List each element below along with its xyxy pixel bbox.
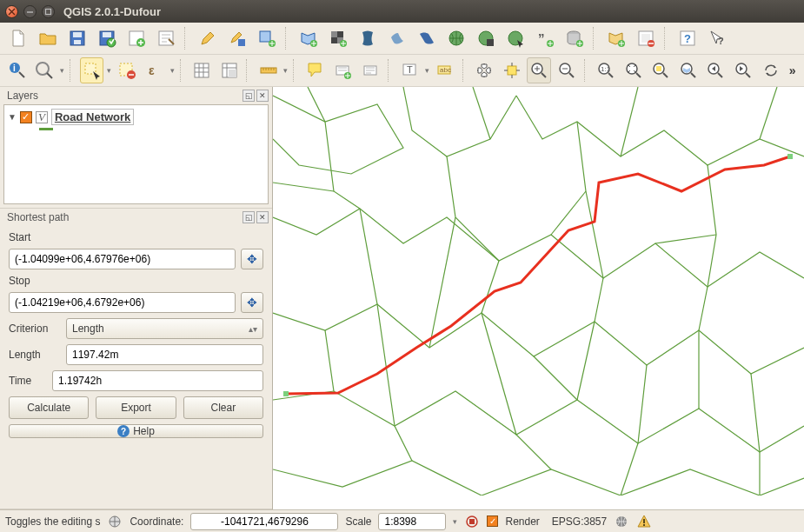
- add-wcs-layer-button[interactable]: [473, 25, 499, 51]
- new-composer-button[interactable]: [123, 25, 150, 51]
- labeling-button[interactable]: abc: [433, 57, 457, 83]
- zoom-last-button[interactable]: [704, 57, 728, 83]
- export-button[interactable]: Export: [96, 396, 176, 419]
- stop-render-button[interactable]: [464, 514, 480, 529]
- crs-button[interactable]: [614, 514, 629, 529]
- text-annotation-button[interactable]: T: [397, 57, 422, 83]
- svg-text:1:1: 1:1: [601, 65, 611, 73]
- add-wms-layer-button[interactable]: [443, 25, 469, 51]
- refresh-button[interactable]: [759, 57, 783, 83]
- add-mssql-layer-button[interactable]: [414, 25, 440, 51]
- panel-close-button[interactable]: ✕: [256, 90, 269, 102]
- layers-tree[interactable]: ▼ ✓ V Road Network: [3, 104, 269, 204]
- start-input[interactable]: [9, 249, 236, 269]
- svg-text:?: ?: [684, 32, 691, 45]
- add-postgis-layer-button[interactable]: [355, 25, 381, 51]
- open-table-button[interactable]: [189, 57, 214, 83]
- map-roads: [273, 87, 804, 495]
- zoom-out-button[interactable]: [555, 57, 579, 83]
- status-message: Toggles the editing s: [5, 515, 100, 528]
- measure-button[interactable]: [256, 57, 281, 83]
- scale-input[interactable]: [378, 513, 446, 530]
- zoom-selection-button[interactable]: [648, 57, 673, 83]
- toolbar-separator: [70, 59, 75, 82]
- zoom-layer-button[interactable]: [676, 57, 701, 83]
- status-bar: Toggles the editing s Coordinate: Scale …: [0, 509, 804, 532]
- show-bookmarks-button[interactable]: [358, 57, 382, 83]
- expression-select-button[interactable]: ε: [143, 57, 167, 83]
- add-oracle-layer-button[interactable]: [561, 25, 588, 51]
- length-output[interactable]: [66, 344, 263, 365]
- toggle-editing-button[interactable]: [195, 25, 221, 51]
- start-label: Start: [9, 231, 263, 243]
- pick-start-button[interactable]: ✥: [241, 249, 263, 269]
- map-canvas[interactable]: [273, 87, 804, 509]
- svg-text:?: ?: [718, 36, 724, 46]
- svg-text:”: ”: [538, 30, 545, 45]
- panel-close-button[interactable]: ✕: [256, 211, 269, 223]
- toolbar-file: ” ? ?: [0, 23, 804, 55]
- window-minimize-button[interactable]: [23, 5, 37, 18]
- add-feature-button[interactable]: [254, 25, 280, 51]
- dropdown-icon: ▴▾: [249, 324, 257, 334]
- time-output[interactable]: [52, 370, 263, 391]
- svg-rect-15: [331, 31, 337, 37]
- field-calc-button[interactable]: [217, 57, 242, 83]
- coordinate-input[interactable]: [190, 513, 338, 530]
- add-raster-layer-button[interactable]: [325, 25, 351, 51]
- zoom-next-button[interactable]: [731, 57, 755, 83]
- scale-dropdown-icon[interactable]: ▾: [453, 517, 457, 526]
- window-close-button[interactable]: [5, 5, 18, 18]
- panel-undock-button[interactable]: ◱: [243, 90, 255, 102]
- add-spatialite-layer-button[interactable]: [384, 25, 410, 51]
- new-shapefile-button[interactable]: [603, 25, 629, 51]
- add-delimited-text-button[interactable]: ”: [532, 25, 558, 51]
- help-button[interactable]: ? Help: [9, 424, 263, 438]
- coordinate-label: Coordinate:: [130, 515, 183, 528]
- messages-button[interactable]: [636, 514, 652, 529]
- plugin-manager-button[interactable]: ?: [674, 25, 701, 51]
- calculate-button[interactable]: Calculate: [9, 396, 89, 419]
- clear-button[interactable]: Clear: [183, 396, 263, 419]
- composer-manager-button[interactable]: [153, 25, 179, 51]
- map-tips-button[interactable]: [303, 57, 328, 83]
- layer-name-label[interactable]: Road Network: [51, 109, 134, 125]
- add-wfs-layer-button[interactable]: [502, 25, 528, 51]
- help-icon: ?: [117, 425, 130, 437]
- pan-button[interactable]: [472, 57, 496, 83]
- save-project-button[interactable]: [64, 25, 90, 51]
- zoom-in-button[interactable]: [527, 57, 551, 83]
- help-pointer-button[interactable]: ?: [704, 25, 730, 51]
- shortest-path-panel: Shortest path ◱ ✕ Start ✥ Stop ✥ Cr: [0, 209, 272, 509]
- window-maximize-button[interactable]: [42, 5, 55, 18]
- pan-to-selection-button[interactable]: [500, 57, 524, 83]
- criterion-label: Criterion: [9, 323, 57, 335]
- save-edits-button[interactable]: [224, 25, 250, 51]
- remove-layer-button[interactable]: [633, 25, 659, 51]
- criterion-select[interactable]: Length ▴▾: [66, 318, 263, 339]
- toolbar-overflow-button[interactable]: »: [786, 63, 799, 77]
- stop-input[interactable]: [9, 292, 236, 313]
- zoom-full-button[interactable]: [621, 57, 646, 83]
- shortest-path-title: Shortest path: [7, 211, 69, 223]
- svg-text:i: i: [13, 63, 16, 73]
- expand-toggle-icon[interactable]: ▼: [8, 112, 17, 122]
- layer-visibility-checkbox[interactable]: ✓: [20, 111, 32, 123]
- select-button[interactable]: [33, 57, 57, 83]
- open-project-button[interactable]: [35, 25, 61, 51]
- identify-button[interactable]: i: [5, 57, 30, 83]
- zoom-native-button[interactable]: 1:1: [594, 57, 618, 83]
- new-bookmark-button[interactable]: [331, 57, 355, 83]
- panel-undock-button[interactable]: ◱: [243, 211, 255, 223]
- render-checkbox[interactable]: ✓: [487, 515, 498, 527]
- help-label: Help: [133, 425, 155, 437]
- save-as-button[interactable]: [94, 25, 120, 51]
- status-globe-icon[interactable]: [107, 514, 123, 529]
- layer-row[interactable]: ▼ ✓ V Road Network: [8, 109, 264, 125]
- pick-stop-button[interactable]: ✥: [241, 292, 263, 313]
- scale-label: Scale: [345, 515, 371, 528]
- deselect-button[interactable]: [115, 57, 139, 83]
- add-vector-layer-button[interactable]: [296, 25, 322, 51]
- select-rect-button[interactable]: [80, 57, 104, 83]
- new-project-button[interactable]: [5, 25, 31, 51]
